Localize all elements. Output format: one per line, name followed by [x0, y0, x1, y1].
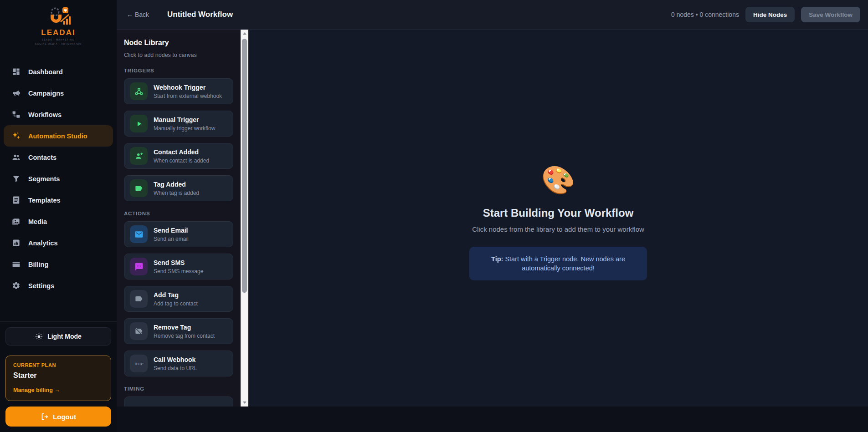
- node-desc: Remove tag from contact: [154, 333, 215, 339]
- tip-banner: Tip: Start with a Trigger node. New node…: [469, 247, 647, 280]
- billing-icon: [11, 259, 21, 269]
- node-title: Send SMS: [154, 259, 203, 266]
- node-library-title: Node Library: [124, 39, 233, 47]
- node-title: Contact Added: [154, 148, 209, 156]
- tip-text: Start with a Trigger node. New nodes are…: [503, 255, 625, 272]
- node-card-partial[interactable]: [124, 396, 233, 407]
- sidebar-item-media[interactable]: Media: [0, 211, 117, 232]
- sidebar-item-workflows[interactable]: Workflows: [0, 104, 117, 125]
- triangle-down-icon: [243, 402, 247, 404]
- empty-state: 🎨 Start Building Your Workflow Click nod…: [469, 164, 647, 280]
- leadai-logo-icon: [46, 6, 71, 27]
- node-title: Tag Added: [154, 181, 199, 188]
- megaphone-icon: [11, 88, 21, 98]
- sidebar-item-contacts[interactable]: Contacts: [0, 147, 117, 168]
- sidebar-item-label: Dashboard: [28, 68, 63, 76]
- sidebar-item-billing[interactable]: Billing: [0, 254, 117, 275]
- node-card-send-sms[interactable]: Send SMS Send SMS message: [124, 254, 233, 280]
- sidebar-item-campaigns[interactable]: Campaigns: [0, 82, 117, 104]
- sidebar-divider: [0, 321, 117, 322]
- node-card-add-tag[interactable]: Add Tag Add tag to contact: [124, 286, 233, 312]
- plan-name: Starter: [13, 371, 103, 380]
- node-library-panel: Node Library Click to add nodes to canva…: [117, 30, 248, 407]
- workflow-icon: [11, 110, 21, 119]
- svg-text:HTTP: HTTP: [134, 362, 143, 366]
- node-card-tag-added[interactable]: Tag Added When tag is added: [124, 175, 233, 201]
- gear-icon: [11, 281, 21, 290]
- node-desc: Send SMS message: [154, 268, 203, 274]
- contacts-icon: [11, 152, 21, 162]
- templates-icon: [11, 195, 21, 205]
- node-card-send-email[interactable]: Send Email Send an email: [124, 221, 233, 247]
- sidebar: LEADAI LEADS · MARKETING SOCIAL MEDIA · …: [0, 0, 117, 432]
- bottom-gap: [117, 407, 868, 432]
- hide-nodes-button[interactable]: Hide Nodes: [745, 7, 795, 22]
- dashboard-icon: [11, 67, 21, 76]
- node-desc: Add tag to contact: [154, 300, 198, 307]
- scroll-up-arrow[interactable]: [241, 30, 248, 37]
- plan-eyebrow: CURRENT PLAN: [13, 362, 103, 368]
- section-label-actions: ACTIONS: [124, 211, 233, 216]
- topbar-right: 0 nodes • 0 connections Hide Nodes Save …: [671, 7, 860, 22]
- node-desc: Send data to URL: [154, 365, 197, 371]
- node-library-subtitle: Click to add nodes to canvas: [124, 52, 233, 58]
- node-card-webhook-trigger[interactable]: Webhook Trigger Start from external webh…: [124, 78, 233, 104]
- sidebar-spacer: [0, 296, 117, 321]
- logout-button[interactable]: Logout: [5, 407, 111, 427]
- empty-state-subtitle: Click nodes from the library to add them…: [472, 225, 644, 233]
- analytics-icon: [11, 238, 21, 248]
- node-desc: When tag is added: [154, 190, 199, 196]
- node-title: Call Webhook: [154, 356, 197, 363]
- empty-state-title: Start Building Your Workflow: [483, 207, 634, 219]
- chat-icon: [130, 258, 148, 275]
- palette-icon: 🎨: [541, 164, 575, 197]
- sparkles-icon: [11, 131, 21, 141]
- main-area: ← Back Untitled Workflow 0 nodes • 0 con…: [117, 0, 868, 432]
- node-title: Manual Trigger: [154, 116, 215, 123]
- content-row: Node Library Click to add nodes to canva…: [117, 30, 868, 407]
- section-label-triggers: TRIGGERS: [124, 68, 233, 73]
- sidebar-item-segments[interactable]: Segments: [0, 168, 117, 189]
- back-button[interactable]: ← Back: [127, 11, 149, 18]
- node-card-contact-added[interactable]: Contact Added When contact is added: [124, 143, 233, 169]
- sidebar-item-label: Settings: [28, 282, 54, 290]
- section-label-timing: TIMING: [124, 386, 233, 391]
- media-icon: [11, 217, 21, 226]
- brand-tagline-2: SOCIAL MEDIA · AUTOMATION: [35, 42, 82, 46]
- brand-name: LEADAI: [41, 28, 75, 37]
- node-card-remove-tag[interactable]: Remove Tag Remove tag from contact: [124, 318, 233, 344]
- sidebar-item-label: Automation Studio: [28, 132, 87, 140]
- manage-billing-link[interactable]: Manage billing →: [13, 387, 103, 393]
- scroll-down-arrow[interactable]: [241, 399, 248, 407]
- node-title: Webhook Trigger: [154, 84, 222, 91]
- workflow-title: Untitled Workflow: [167, 10, 233, 19]
- node-connection-count: 0 nodes • 0 connections: [671, 11, 739, 18]
- light-mode-label: Light Mode: [47, 333, 82, 340]
- sidebar-item-analytics[interactable]: Analytics: [0, 232, 117, 254]
- node-title: Send Email: [154, 227, 189, 234]
- webhook-icon: [130, 82, 148, 100]
- node-card-manual-trigger[interactable]: Manual Trigger Manually trigger workflow: [124, 111, 233, 137]
- app-root: LEADAI LEADS · MARKETING SOCIAL MEDIA · …: [0, 0, 868, 432]
- save-workflow-button[interactable]: Save Workflow: [801, 7, 860, 22]
- sidebar-item-label: Workflows: [28, 111, 62, 118]
- light-mode-toggle[interactable]: Light Mode: [5, 327, 111, 346]
- sidebar-nav: Dashboard Campaigns Workflows Automation…: [0, 61, 117, 296]
- node-title: Add Tag: [154, 291, 198, 299]
- filter-icon: [11, 174, 21, 183]
- panel-scrollbar[interactable]: [241, 30, 248, 407]
- sidebar-item-templates[interactable]: Templates: [0, 189, 117, 211]
- workflow-canvas[interactable]: 🎨 Start Building Your Workflow Click nod…: [248, 30, 868, 407]
- node-desc: Start from external webhook: [154, 93, 222, 99]
- sidebar-item-label: Contacts: [28, 154, 56, 161]
- tag-icon: [130, 179, 148, 197]
- scrollbar-thumb[interactable]: [242, 39, 247, 293]
- node-title: Remove Tag: [154, 324, 215, 331]
- sidebar-item-settings[interactable]: Settings: [0, 275, 117, 296]
- logout-icon: [41, 413, 48, 421]
- sidebar-item-automation-studio[interactable]: Automation Studio: [4, 125, 113, 147]
- node-card-call-webhook[interactable]: HTTP Call Webhook Send data to URL: [124, 351, 233, 376]
- sidebar-item-label: Media: [28, 218, 47, 225]
- sidebar-item-label: Segments: [28, 175, 60, 183]
- sidebar-item-dashboard[interactable]: Dashboard: [0, 61, 117, 82]
